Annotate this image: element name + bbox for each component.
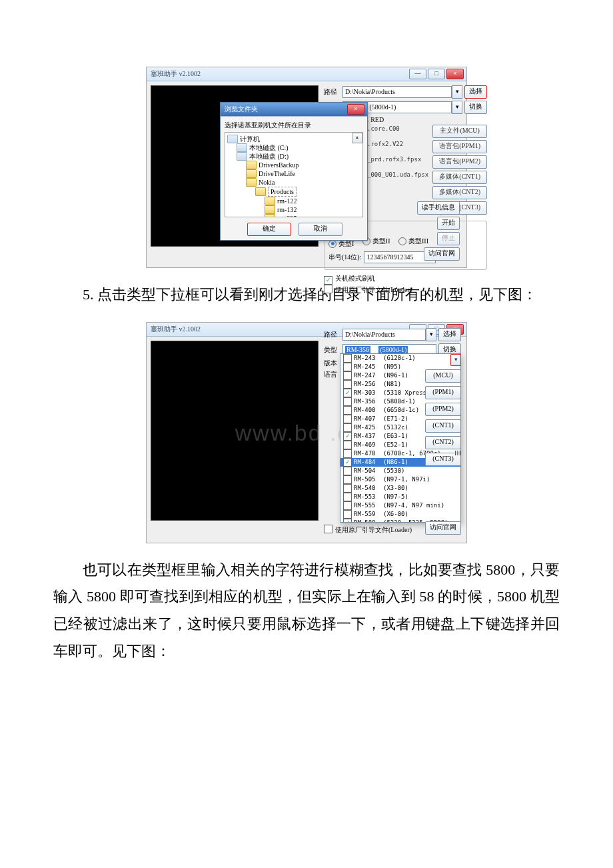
drive-icon <box>237 143 247 152</box>
preview-pane <box>151 341 318 521</box>
dialog-titlebar: 浏览文件夹 × <box>221 103 367 117</box>
select-path-button[interactable]: 选择 <box>464 85 487 99</box>
item-checkbox[interactable] <box>343 475 352 484</box>
dropdown-item[interactable]: RM-540(X3-00) <box>340 484 460 493</box>
item-checkbox[interactable] <box>343 423 352 432</box>
dialog-cancel-button[interactable]: 取消 <box>299 223 342 236</box>
item-checkbox[interactable] <box>343 441 352 449</box>
selected-folder[interactable]: Products <box>268 187 297 197</box>
dialog-title: 浏览文件夹 <box>225 105 258 113</box>
folder-icon <box>265 197 275 205</box>
folder-icon <box>246 178 257 187</box>
browse-folder-dialog: 浏览文件夹 × 选择诺基亚刷机文件所在目录 ▴ 计算机 本地磁盘 (C:) 本地… <box>220 102 368 241</box>
drive-icon <box>237 152 247 161</box>
path-label: 路径 <box>324 330 342 339</box>
window-titlebar: 塞班助手 v2.1002 — □ × <box>147 67 466 81</box>
select-path-button[interactable]: 选择 <box>438 328 461 341</box>
type-dropdown-icon[interactable]: ▾ <box>452 101 462 114</box>
type-selected-name: (5800d-1) <box>378 346 408 353</box>
minimize-button[interactable]: — <box>409 69 426 79</box>
folder-tree[interactable]: ▴ 计算机 本地磁盘 (C:) 本地磁盘 (D:) DriversBackup … <box>225 132 363 217</box>
path-dropdown-icon[interactable]: ▾ <box>426 328 436 341</box>
close-button[interactable]: × <box>446 69 464 79</box>
item-checkbox[interactable] <box>343 519 352 522</box>
screenshot-1: 塞班助手 v2.1002 — □ × 路径 D:\Nokia\Products … <box>146 67 467 268</box>
file-slot-button-partial[interactable]: (MCU) <box>425 369 461 383</box>
item-checkbox[interactable] <box>343 432 352 441</box>
loader-label: 使用原厂引导文件(Loader) <box>335 286 412 293</box>
item-checkbox[interactable] <box>343 371 352 380</box>
path-label: 路径 <box>324 87 342 97</box>
folder-icon <box>265 214 275 217</box>
item-checkbox[interactable] <box>343 406 352 415</box>
path-input[interactable]: D:\Nokia\Products <box>342 86 452 98</box>
window-title: 塞班助手 v2.1002 <box>151 325 201 333</box>
dropdown-item[interactable]: RM-243(6120c-1) <box>340 354 460 363</box>
window-title: 塞班助手 v2.1002 <box>151 70 201 77</box>
dropdown-item[interactable]: RM-505(N97-1, N97i) <box>340 475 460 484</box>
item-checkbox[interactable] <box>343 415 352 423</box>
paragraph-6: 也可以在类型框里输入相关的字符进行模糊查找，比如要查找 5800，只要输入 58… <box>53 557 560 665</box>
imei-label: 串号(14位): <box>328 253 361 262</box>
item-checkbox[interactable] <box>343 354 352 363</box>
stop-button[interactable]: 停止 <box>437 232 460 245</box>
offmode-label: 关机模式刷机 <box>335 275 375 282</box>
computer-icon <box>227 135 238 143</box>
item-checkbox[interactable] <box>343 510 352 519</box>
dialog-ok-button[interactable]: 确定 <box>247 223 291 236</box>
item-checkbox[interactable] <box>343 467 352 475</box>
dropdown-item[interactable]: RM-559(X6-00) <box>340 510 460 519</box>
path-input[interactable]: D:\Nokia\Products <box>342 329 426 341</box>
item-checkbox[interactable] <box>343 363 352 371</box>
dropdown-item[interactable]: RM-555(N97-4, N97 mini) <box>340 501 460 510</box>
file-slot-button[interactable]: 语言包(PPM2) <box>432 155 487 169</box>
folder-icon <box>265 205 275 214</box>
loader-checkbox[interactable] <box>324 525 332 533</box>
file-slot-button[interactable]: 多媒体(CNT1) <box>432 171 487 184</box>
item-checkbox[interactable] <box>343 397 352 406</box>
file-slot-button[interactable]: 主文件(MCU) <box>432 125 487 138</box>
maximize-button[interactable]: □ <box>428 69 445 79</box>
path-dropdown-icon[interactable]: ▾ <box>452 85 462 99</box>
folder-icon <box>255 187 266 196</box>
type-selected-code: RM-356 <box>345 346 370 353</box>
file-slot-button-partial[interactable]: (PPM1) <box>425 386 461 399</box>
item-checkbox[interactable] <box>343 493 352 501</box>
file-slot-button-partial[interactable]: (CNT2) <box>425 436 461 449</box>
website-button[interactable]: 访问官网 <box>424 247 460 261</box>
loader-label: 使用原厂引导文件(Loader) <box>335 526 412 533</box>
item-checkbox[interactable] <box>343 380 352 389</box>
dialog-hint: 选择诺基亚刷机文件所在目录 <box>225 121 363 129</box>
switch-button[interactable]: 切换 <box>464 101 487 114</box>
offmode-checkbox[interactable] <box>324 276 332 285</box>
file-slot-button-partial[interactable]: (CNT1) <box>425 419 461 433</box>
start-button[interactable]: 开始 <box>437 217 460 230</box>
item-checkbox[interactable] <box>343 449 352 458</box>
imei-type3-fragment: III <box>454 449 461 457</box>
item-checkbox[interactable] <box>343 484 352 493</box>
website-button[interactable]: 访问官网 <box>425 521 461 535</box>
dropdown-arrow-icon[interactable]: ▾ <box>450 354 461 366</box>
item-checkbox[interactable] <box>343 501 352 510</box>
read-info-button[interactable]: 读手机信息 <box>417 201 460 215</box>
item-checkbox[interactable] <box>343 458 352 467</box>
dialog-close-button[interactable]: × <box>347 104 364 115</box>
file-slot-button[interactable]: 语言包(PPM1) <box>432 140 487 153</box>
folder-icon <box>246 161 257 169</box>
loader-checkbox[interactable] <box>324 285 332 293</box>
dropdown-item[interactable]: RM-553(N97-5) <box>340 493 460 501</box>
file-slot-button-partial[interactable]: (PPM2) <box>425 403 461 416</box>
folder-icon <box>246 169 257 178</box>
file-slot-button[interactable]: 多媒体(CNT2) <box>432 186 487 199</box>
item-checkbox[interactable] <box>343 389 352 397</box>
screenshot-2: 塞班助手 v2.1002 — □ × 路径 D:\Nokia\Products … <box>146 322 467 543</box>
scroll-up-icon[interactable]: ▴ <box>352 133 362 143</box>
